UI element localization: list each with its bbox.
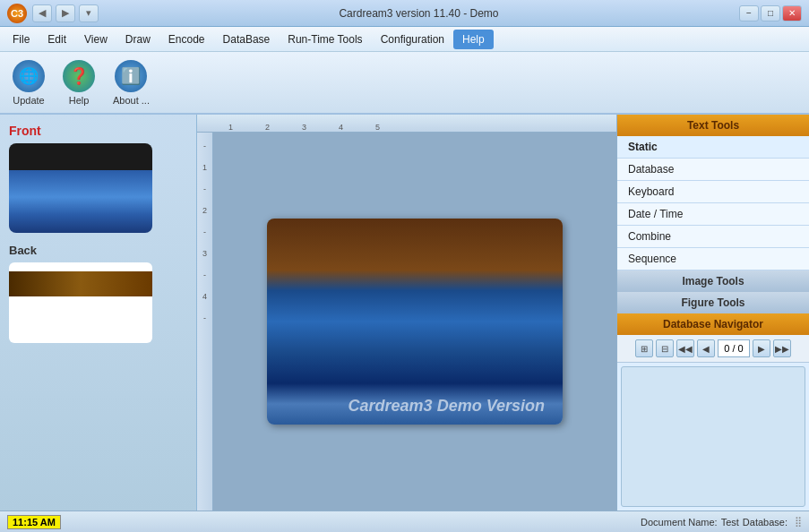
db-nav-controls: ⊞ ⊟ ◀◀ ◀ ▶ ▶▶ (617, 335, 809, 363)
help-icon: ❓ (63, 60, 95, 92)
close-button[interactable]: ✕ (782, 5, 802, 21)
menu-encode[interactable]: Encode (159, 30, 214, 49)
ruler-mark: 1 (212, 123, 249, 132)
card-back-preview (9, 262, 152, 343)
card-back-stripe (9, 271, 152, 296)
db-next-button[interactable]: ▶ (753, 339, 770, 357)
tool-sequence[interactable]: Sequence (617, 248, 809, 270)
ruler-top: 1 2 3 4 5 (197, 115, 616, 133)
db-remove-icon[interactable]: ⊟ (656, 339, 674, 357)
menu-draw[interactable]: Draw (116, 30, 159, 49)
dropdown-button[interactable]: ▾ (79, 4, 99, 22)
card-canvas: Cardream3 Demo Version (267, 219, 563, 425)
about-button[interactable]: ℹ️ About ... (108, 56, 155, 109)
db-first-button[interactable]: ◀◀ (676, 339, 694, 357)
menu-help[interactable]: Help (453, 30, 494, 49)
tool-database[interactable]: Database (617, 159, 809, 181)
front-label: Front (9, 124, 187, 138)
help-label: Help (69, 95, 90, 106)
tool-datetime[interactable]: Date / Time (617, 203, 809, 226)
statusbar: 11:15 AM Document Name: Test Database: ⣿ (0, 511, 809, 532)
window-controls: − □ ✕ (739, 5, 802, 21)
tool-combine[interactable]: Combine (617, 226, 809, 248)
db-last-button[interactable]: ▶▶ (773, 339, 791, 357)
db-nav-header: Database Navigator (617, 313, 809, 335)
update-button[interactable]: 🌐 Update (7, 56, 50, 109)
menu-view[interactable]: View (75, 30, 116, 49)
db-add-icon[interactable]: ⊞ (635, 339, 653, 357)
status-info: Document Name: Test Database: ⣿ (641, 516, 802, 528)
db-label: Database: (743, 517, 787, 528)
update-label: Update (13, 95, 44, 106)
ruler-mark: 5 (359, 123, 396, 132)
db-preview (621, 366, 805, 507)
status-time: 11:15 AM (7, 515, 61, 529)
text-tools-header: Text Tools (617, 115, 809, 136)
image-tools-header: Image Tools (617, 270, 809, 292)
card-front-preview (9, 143, 152, 233)
back-button[interactable]: ◀ (32, 4, 52, 22)
minimize-button[interactable]: − (739, 5, 759, 21)
about-icon: ℹ️ (115, 60, 147, 92)
titlebar: C3 ◀ ▶ ▾ Cardream3 version 11.40 - Demo … (0, 0, 809, 27)
db-nav-field[interactable] (718, 339, 750, 357)
tool-static[interactable]: Static (617, 136, 809, 159)
help-button[interactable]: ❓ Help (57, 56, 100, 109)
tool-keyboard[interactable]: Keyboard (617, 181, 809, 203)
ruler-mark: 3 (286, 123, 323, 132)
window-title: Cardream3 version 11.40 - Demo (99, 7, 739, 20)
menu-file[interactable]: File (4, 30, 39, 49)
db-prev-button[interactable]: ◀ (697, 339, 715, 357)
figure-tools-header: Figure Tools (617, 292, 809, 313)
menubar: File Edit View Draw Encode DataBase Run-… (0, 27, 809, 52)
canvas-area[interactable]: Cardream3 Demo Version (213, 133, 616, 511)
right-panel: Text Tools Static Database Keyboard Date… (616, 115, 809, 511)
ruler-left: - 1 - 2 - 3 - 4 - (197, 133, 213, 511)
about-label: About ... (113, 95, 150, 106)
left-panel: Front Back (0, 115, 197, 511)
update-icon: 🌐 (13, 60, 45, 92)
ruler-mark: 2 (249, 123, 286, 132)
ruler-mark: 4 (323, 123, 359, 132)
doc-name-value: Test (721, 517, 739, 528)
status-gripper: ⣿ (795, 516, 802, 528)
fwd-button[interactable]: ▶ (56, 4, 75, 22)
app-logo: C3 (7, 4, 27, 23)
toolbar: 🌐 Update ❓ Help ℹ️ About ... (0, 52, 809, 115)
menu-database[interactable]: DataBase (214, 30, 280, 49)
maximize-button[interactable]: □ (761, 5, 780, 21)
card-canvas-bg (267, 219, 563, 425)
menu-runtime[interactable]: Run-Time Tools (279, 30, 371, 49)
back-label: Back (9, 244, 187, 257)
watermark-text: Cardream3 Demo Version (349, 397, 545, 416)
ruler-marks: 1 2 3 4 5 (212, 115, 396, 132)
doc-name-label: Document Name: (641, 517, 718, 528)
menu-configuration[interactable]: Configuration (372, 30, 453, 49)
center-area: 1 2 3 4 5 - 1 - 2 - 3 - 4 - Cardream3 De… (197, 115, 616, 511)
menu-edit[interactable]: Edit (39, 30, 75, 49)
titlebar-nav: ◀ ▶ ▾ (32, 4, 99, 22)
main-area: Front Back 1 2 3 4 5 - 1 - 2 - 3 - 4 - (0, 115, 809, 511)
